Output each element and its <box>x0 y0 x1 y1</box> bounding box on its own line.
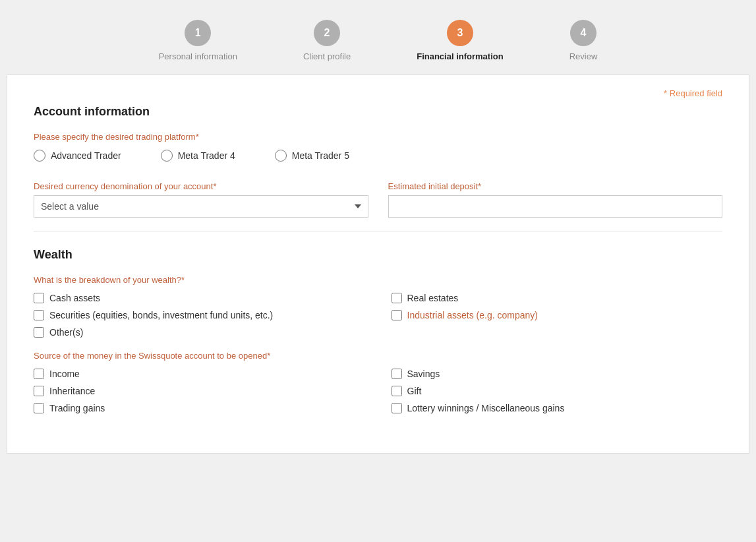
stepper: 1 Personal information 2 Client profile … <box>0 0 756 75</box>
checkbox-input-cash-assets[interactable] <box>34 293 44 303</box>
radio-input-meta-trader-4[interactable] <box>161 150 173 162</box>
checkbox-input-industrial-assets[interactable] <box>392 310 402 320</box>
deposit-label: Estimated initial deposit* <box>388 181 723 191</box>
radio-label-meta-trader-5: Meta Trader 5 <box>292 150 349 161</box>
step-label-2: Client profile <box>303 51 351 61</box>
source-section: Source of the money in the Swissquote ac… <box>34 351 722 413</box>
checkbox-label-real-estates: Real estates <box>407 293 459 303</box>
checkbox-label-lottery-winnings: Lottery winnings / Miscellaneous gains <box>407 403 565 413</box>
checkbox-savings[interactable]: Savings <box>392 369 723 379</box>
checkbox-label-inheritance: Inheritance <box>49 386 95 396</box>
step-circle-1: 1 <box>185 20 211 46</box>
checkbox-label-cash-assets: Cash assets <box>49 293 100 303</box>
checkbox-lottery-winnings[interactable]: Lottery winnings / Miscellaneous gains <box>392 403 723 413</box>
checkbox-input-others[interactable] <box>34 327 44 338</box>
deposit-input[interactable] <box>388 195 723 218</box>
radio-advanced-trader[interactable]: Advanced Trader <box>34 150 121 162</box>
checkbox-label-securities: Securities (equities, bonds, investment … <box>49 310 273 320</box>
radio-input-meta-trader-5[interactable] <box>275 150 287 162</box>
step-label-4: Review <box>569 51 598 61</box>
checkbox-input-real-estates[interactable] <box>392 293 402 303</box>
checkbox-real-estates[interactable]: Real estates <box>392 293 723 303</box>
checkbox-input-inheritance[interactable] <box>34 386 44 396</box>
checkbox-input-securities[interactable] <box>34 310 44 320</box>
required-field-notice: * Required field <box>34 88 722 98</box>
checkbox-input-income[interactable] <box>34 369 44 379</box>
checkbox-gift[interactable]: Gift <box>392 386 723 396</box>
currency-label: Desired currency denomination of your ac… <box>34 181 368 191</box>
step-label-3: Financial information <box>417 51 503 61</box>
checkbox-securities[interactable]: Securities (equities, bonds, investment … <box>34 310 365 320</box>
deposit-group: Estimated initial deposit* <box>388 181 723 218</box>
section-divider <box>34 231 722 231</box>
checkbox-label-industrial-assets: Industrial assets (e.g. company) <box>407 310 538 320</box>
breakdown-label: What is the breakdown of your wealth?* <box>34 275 722 285</box>
checkbox-label-others: Other(s) <box>49 327 83 338</box>
checkbox-input-lottery-winnings[interactable] <box>392 403 402 413</box>
step-4: 4 Review <box>569 20 598 61</box>
checkbox-label-trading-gains: Trading gains <box>49 403 105 413</box>
radio-meta-trader-4[interactable]: Meta Trader 4 <box>161 150 235 162</box>
wealth-checkboxes: Cash assets Real estates Securities (equ… <box>34 293 722 338</box>
step-2: 2 Client profile <box>303 20 351 61</box>
radio-label-advanced-trader: Advanced Trader <box>51 150 121 161</box>
step-label-1: Personal information <box>159 51 237 61</box>
account-information-title: Account information <box>34 105 722 119</box>
trading-platform-radio-group: Advanced Trader Meta Trader 4 Meta Trade… <box>34 150 722 162</box>
step-circle-4: 4 <box>570 20 596 46</box>
step-3: 3 Financial information <box>417 20 503 61</box>
required-field-text: Required field <box>670 88 722 98</box>
main-card: * Required field Account information Ple… <box>7 75 749 454</box>
wealth-title: Wealth <box>34 248 722 262</box>
wealth-right-empty <box>392 327 723 338</box>
checkbox-label-savings: Savings <box>407 369 440 379</box>
currency-select[interactable]: Select a value <box>34 195 368 218</box>
checkbox-income[interactable]: Income <box>34 369 365 379</box>
source-label: Source of the money in the Swissquote ac… <box>34 351 722 361</box>
source-checkboxes: Income Savings Inheritance Gift Trading … <box>34 369 722 413</box>
trading-platform-label: Please specify the desired trading platf… <box>34 132 722 142</box>
checkbox-label-gift: Gift <box>407 386 422 396</box>
step-circle-3: 3 <box>447 20 473 46</box>
checkbox-input-trading-gains[interactable] <box>34 403 44 413</box>
wealth-section: Wealth What is the breakdown of your wea… <box>34 248 722 338</box>
checkbox-trading-gains[interactable]: Trading gains <box>34 403 365 413</box>
checkbox-cash-assets[interactable]: Cash assets <box>34 293 365 303</box>
checkbox-inheritance[interactable]: Inheritance <box>34 386 365 396</box>
currency-group: Desired currency denomination of your ac… <box>34 181 368 218</box>
checkbox-label-income: Income <box>49 369 80 379</box>
radio-meta-trader-5[interactable]: Meta Trader 5 <box>275 150 349 162</box>
checkbox-input-savings[interactable] <box>392 369 402 379</box>
step-1: 1 Personal information <box>159 20 237 61</box>
step-circle-2: 2 <box>314 20 340 46</box>
checkbox-input-gift[interactable] <box>392 386 402 396</box>
checkbox-industrial-assets[interactable]: Industrial assets (e.g. company) <box>392 310 723 320</box>
radio-input-advanced-trader[interactable] <box>34 150 45 162</box>
radio-label-meta-trader-4: Meta Trader 4 <box>178 150 235 161</box>
checkbox-others[interactable]: Other(s) <box>34 327 365 338</box>
currency-deposit-row: Desired currency denomination of your ac… <box>34 181 722 218</box>
